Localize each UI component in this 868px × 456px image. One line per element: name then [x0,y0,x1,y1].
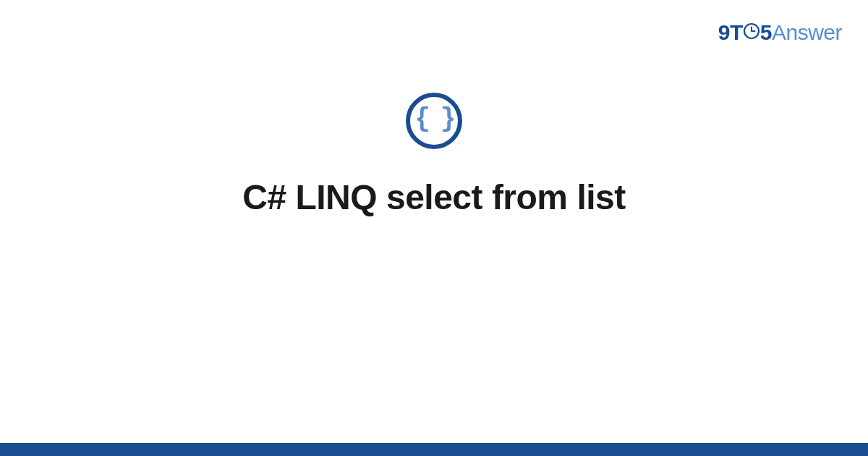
category-icon: { } [406,93,462,149]
footer-bar [0,443,868,456]
icon-circle: { } [406,93,462,149]
clock-icon [743,20,760,45]
page-title: C# LINQ select from list [0,177,868,217]
brand-9t: 9T [718,20,743,44]
brand-5: 5 [760,20,772,44]
braces-icon: { } [415,106,454,132]
brand-logo: 9T5Answer [718,20,842,46]
brand-answer: Answer [772,20,842,44]
